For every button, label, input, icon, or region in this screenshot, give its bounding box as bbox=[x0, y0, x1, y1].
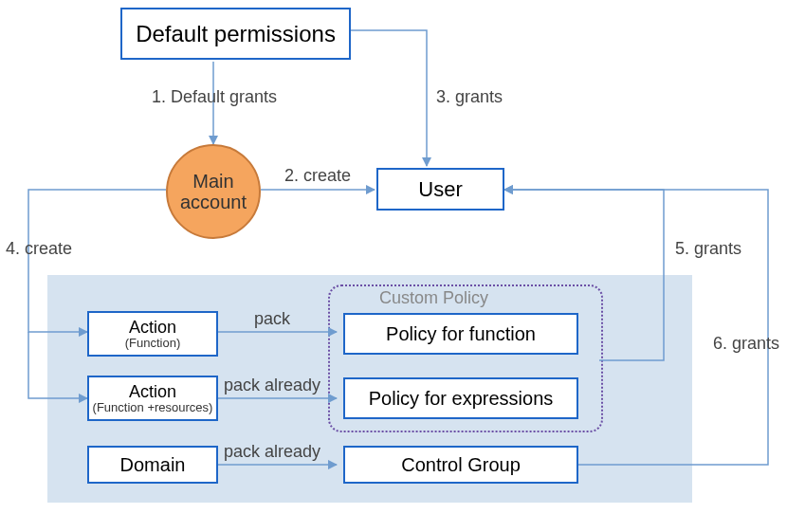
policy-expr-box: Policy for expressions bbox=[343, 377, 578, 419]
edge-default-to-user bbox=[351, 30, 427, 166]
edge-label-4: 4. create bbox=[6, 239, 72, 259]
action-fn-sub: (Function) bbox=[125, 337, 181, 350]
action-fn-title: Action bbox=[129, 319, 176, 337]
edge-label-5: 5. grants bbox=[675, 239, 741, 259]
main-account-l2: account bbox=[180, 192, 247, 212]
main-account-l1: Main bbox=[192, 171, 233, 192]
user-box: User bbox=[376, 168, 504, 211]
domain-text: Domain bbox=[120, 454, 186, 476]
control-group-box: Control Group bbox=[343, 446, 578, 484]
policy-fn-box: Policy for function bbox=[343, 313, 578, 355]
edge-label-pack-already-1: pack already bbox=[224, 376, 320, 395]
action-fr-title: Action bbox=[129, 383, 176, 401]
edge-label-1: 1. Default grants bbox=[152, 87, 277, 107]
edge-label-pack-already-2: pack already bbox=[224, 442, 320, 462]
policy-expr-text: Policy for expressions bbox=[369, 388, 554, 410]
domain-box: Domain bbox=[87, 446, 218, 484]
action-fr-box: Action (Function +resources) bbox=[87, 376, 218, 421]
edge-label-6: 6. grants bbox=[713, 334, 779, 354]
edge-label-pack: pack bbox=[254, 309, 290, 329]
default-permissions-text: Default permissions bbox=[136, 21, 336, 47]
action-fn-box: Action (Function) bbox=[87, 311, 218, 357]
policy-fn-text: Policy for function bbox=[386, 323, 536, 345]
main-account-circle: Main account bbox=[166, 144, 261, 239]
edge-label-2: 2. create bbox=[284, 166, 351, 186]
edge-label-3: 3. grants bbox=[436, 87, 503, 107]
user-text: User bbox=[418, 177, 462, 202]
edge-main-to-action-fr bbox=[28, 332, 87, 398]
control-group-text: Control Group bbox=[401, 454, 521, 476]
default-permissions-box: Default permissions bbox=[120, 8, 351, 60]
action-fr-sub: (Function +resources) bbox=[93, 401, 213, 414]
